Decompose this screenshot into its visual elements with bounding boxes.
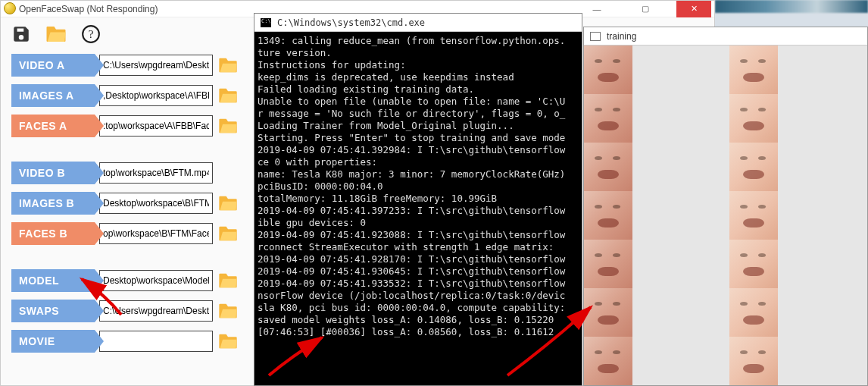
label-faces-a[interactable]: FACES A <box>11 115 95 137</box>
input-swaps[interactable] <box>99 300 213 322</box>
training-title-text: training <box>607 31 636 42</box>
training-face-a <box>584 46 632 94</box>
browse-model-icon[interactable] <box>217 271 239 290</box>
training-face-b <box>729 337 778 385</box>
input-video-b[interactable] <box>99 162 213 184</box>
label-video-a[interactable]: VIDEO A <box>11 54 95 77</box>
training-face-b <box>729 288 778 337</box>
cmd-output: 1349: calling reduce_mean (from tensorfl… <box>254 32 582 341</box>
label-model[interactable]: MODEL <box>11 269 95 292</box>
input-movie[interactable] <box>99 331 213 352</box>
browse-images-b-icon[interactable] <box>217 194 239 212</box>
cmd-icon <box>261 18 271 27</box>
training-face-b <box>729 46 778 94</box>
training-titlebar[interactable]: training <box>584 27 867 46</box>
input-images-b[interactable] <box>99 193 213 214</box>
browse-faces-b-icon[interactable] <box>217 224 239 243</box>
training-face-b <box>729 143 778 191</box>
training-column-a <box>584 46 632 385</box>
input-images-a[interactable] <box>99 85 213 106</box>
training-face-b <box>729 191 778 240</box>
svg-text:?: ? <box>89 27 94 40</box>
save-icon[interactable] <box>11 24 31 44</box>
cmd-title-text: C:\Windows\system32\cmd.exe <box>277 17 425 28</box>
label-images-a[interactable]: IMAGES A <box>11 84 95 107</box>
training-face-a <box>584 337 632 385</box>
training-window: training <box>583 27 868 386</box>
training-face-a <box>584 191 632 240</box>
training-face-a <box>584 288 632 337</box>
input-model[interactable] <box>99 270 213 291</box>
training-grid <box>584 46 778 385</box>
desktop-background-strip <box>715 0 868 13</box>
open-folder-icon[interactable] <box>45 24 67 44</box>
training-face-a <box>584 143 632 191</box>
training-column-b <box>729 46 778 385</box>
browse-swaps-icon[interactable] <box>217 302 239 320</box>
browse-faces-a-icon[interactable] <box>217 117 239 135</box>
minimize-button[interactable]: — <box>579 1 614 17</box>
training-face-b <box>729 94 778 143</box>
label-video-b[interactable]: VIDEO B <box>11 162 95 184</box>
cmd-titlebar[interactable]: C:\Windows\system32\cmd.exe <box>254 14 582 32</box>
label-movie[interactable]: MOVIE <box>11 330 95 353</box>
input-faces-a[interactable] <box>99 115 213 137</box>
browse-movie-icon[interactable] <box>217 332 239 350</box>
app-logo-icon <box>4 2 16 14</box>
browse-video-a-icon[interactable] <box>217 56 239 74</box>
browse-images-a-icon[interactable] <box>217 86 239 105</box>
input-faces-b[interactable] <box>99 223 213 244</box>
training-face-b <box>729 240 778 288</box>
input-video-a[interactable] <box>99 55 213 76</box>
help-icon[interactable]: ? <box>81 24 101 44</box>
maximize-button[interactable]: ▢ <box>628 1 663 17</box>
label-faces-b[interactable]: FACES B <box>11 222 95 245</box>
training-face-a <box>584 94 632 143</box>
training-window-icon <box>590 32 601 41</box>
label-images-b[interactable]: IMAGES B <box>11 192 95 215</box>
cmd-window: C:\Windows\system32\cmd.exe 1349: callin… <box>254 13 582 386</box>
label-swaps[interactable]: SWAPS <box>11 300 95 322</box>
training-face-a <box>584 240 632 288</box>
close-button[interactable]: ✕ <box>676 1 711 17</box>
